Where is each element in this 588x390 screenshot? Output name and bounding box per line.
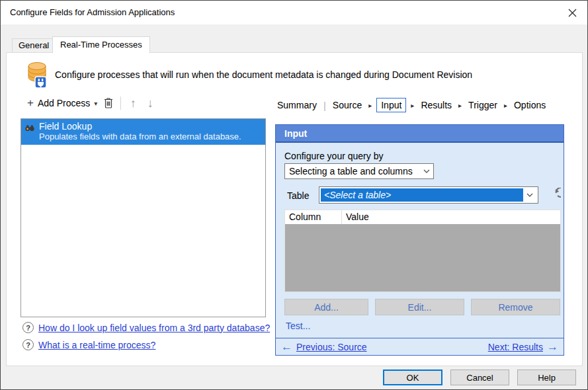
breadcrumb-divider: |: [323, 100, 326, 111]
process-item-description: Populates fields with data from an exter…: [39, 132, 241, 141]
process-toolbar: + Add Process ▾ ↑ ↓: [24, 95, 159, 111]
window-title: Configure Fields for Admission Applicati…: [10, 7, 175, 17]
previous-source-link[interactable]: ← Previous: Source: [281, 342, 367, 352]
breadcrumb-step-options[interactable]: Options: [512, 98, 548, 112]
plus-icon: +: [27, 98, 34, 108]
chevron-down-icon: [523, 193, 536, 197]
table-label: Table: [287, 190, 309, 201]
ok-button[interactable]: OK: [383, 370, 442, 385]
left-arrow-icon: ←: [281, 342, 292, 352]
breadcrumb-arrow-icon: ▸: [458, 102, 462, 109]
grid-header: Column Value: [285, 210, 560, 225]
field-lookup-icon: [24, 122, 35, 135]
move-down-button[interactable]: ↓: [142, 96, 159, 110]
panel-nav: ← Previous: Source Next: Results →: [276, 338, 564, 355]
breadcrumb-arrow-icon: ▸: [411, 102, 414, 109]
up-arrow-icon: ↑: [130, 97, 136, 110]
edit-button[interactable]: Edit...: [375, 299, 464, 315]
process-list: Field Lookup Populates fields with data …: [21, 118, 266, 317]
breadcrumb-step-trigger[interactable]: Trigger: [466, 98, 499, 112]
chevron-down-icon: [420, 169, 433, 173]
close-button[interactable]: [565, 6, 579, 19]
refresh-icon: [545, 188, 561, 204]
query-by-label: Configure your query by: [284, 151, 383, 161]
refresh-button[interactable]: [544, 187, 562, 204]
question-icon: ?: [22, 339, 34, 350]
breadcrumb-step-source[interactable]: Source: [331, 98, 364, 112]
process-item-title: Field Lookup: [39, 121, 241, 132]
previous-link-label: Previous: Source: [296, 342, 367, 352]
title-bar: Configure Fields for Admission Applicati…: [1, 1, 587, 24]
query-type-combobox[interactable]: Selecting a table and columns: [284, 163, 434, 179]
right-arrow-icon: →: [547, 342, 558, 352]
input-panel: Input Configure your query by Selecting …: [275, 124, 564, 356]
help-row-2: ? What is a real-time process?: [22, 339, 155, 350]
delete-process-button[interactable]: [100, 96, 117, 110]
toolbar-divider: [120, 97, 121, 110]
grid-header-value[interactable]: Value: [342, 210, 560, 224]
columns-grid: Column Value: [284, 210, 561, 292]
add-process-button[interactable]: + Add Process ▾: [24, 97, 100, 110]
query-type-value: Selecting a table and columns: [285, 166, 420, 176]
question-icon: ?: [22, 322, 34, 333]
process-list-item-field-lookup[interactable]: Field Lookup Populates fields with data …: [21, 119, 265, 145]
input-panel-header: Input: [276, 125, 564, 143]
remove-button[interactable]: Remove: [471, 299, 560, 315]
breadcrumb-arrow-icon: ▸: [504, 102, 507, 109]
move-up-button[interactable]: ↑: [124, 96, 142, 110]
breadcrumb-step-input[interactable]: Input: [376, 98, 406, 112]
grid-header-column[interactable]: Column: [285, 210, 342, 224]
breadcrumb: Summary | Source ▸ Input ▸ Results ▸ Tri…: [275, 98, 548, 112]
test-link[interactable]: Test...: [286, 321, 310, 331]
help-link-field-values[interactable]: How do I look up field values from a 3rd…: [38, 323, 270, 333]
table-combobox[interactable]: <Select a table>: [319, 186, 538, 204]
dialog-window: Configure Fields for Admission Applicati…: [0, 0, 588, 390]
next-results-link[interactable]: Next: Results →: [488, 342, 558, 352]
cancel-button[interactable]: Cancel: [450, 370, 509, 385]
tab-general[interactable]: General: [12, 38, 56, 53]
intro-text: Configure processes that will run when t…: [55, 69, 544, 80]
add-process-label: Add Process: [38, 98, 90, 108]
caret-down-icon: ▾: [94, 100, 97, 107]
table-combobox-value: <Select a table>: [321, 188, 523, 202]
close-icon: [568, 9, 577, 17]
down-arrow-icon: ↓: [147, 97, 153, 110]
breadcrumb-arrow-icon: ▸: [368, 102, 372, 109]
breadcrumb-step-results[interactable]: Results: [419, 98, 454, 112]
next-link-label: Next: Results: [488, 342, 543, 352]
add-button[interactable]: Add...: [284, 299, 368, 315]
help-row-1: ? How do I look up field values from a 3…: [22, 322, 270, 333]
tab-page: Configure processes that will run when t…: [6, 52, 583, 366]
database-plug-icon: [26, 61, 48, 91]
breadcrumb-summary[interactable]: Summary: [275, 98, 319, 112]
help-link-realtime-process[interactable]: What is a real-time process?: [38, 340, 155, 350]
help-button[interactable]: Help: [517, 370, 576, 385]
trash-icon: [103, 97, 114, 109]
tab-real-time-processes[interactable]: Real-Time Processes: [52, 36, 150, 54]
